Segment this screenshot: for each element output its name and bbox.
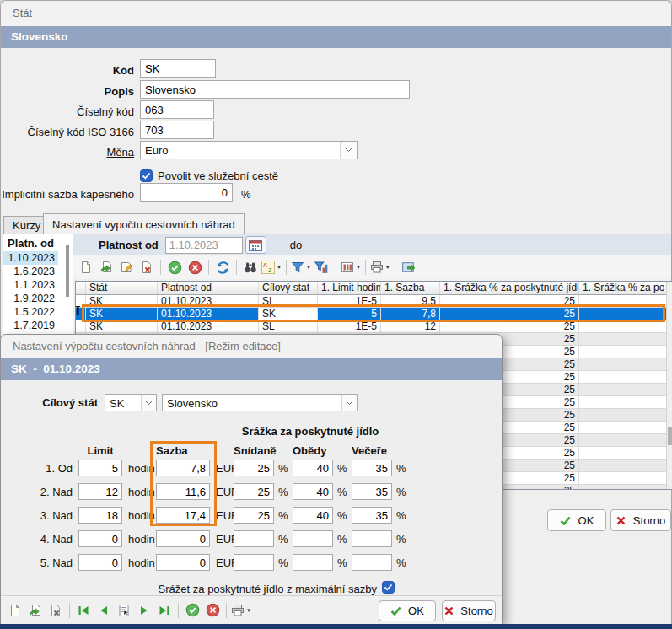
sazba-input[interactable] bbox=[156, 530, 210, 547]
cilovy-name-combobox[interactable]: Slovensko bbox=[162, 394, 358, 411]
dialog-ok-button[interactable]: OK bbox=[379, 600, 436, 621]
list-item-date[interactable]: 1.6.2023 bbox=[3, 265, 58, 278]
grid-header-srazka-snidane[interactable]: 1. Srážka % za poskytnuté jídlo - snídan… bbox=[440, 282, 579, 294]
cilovy-code-combobox[interactable]: SK bbox=[105, 394, 157, 411]
list-item-date[interactable]: 1.9.2022 bbox=[3, 292, 58, 305]
filter-row: Platnost od do bbox=[73, 234, 671, 255]
grid-header-srazka-next[interactable]: 1. Srážka % za pos bbox=[579, 282, 664, 294]
snidane-input[interactable] bbox=[234, 554, 274, 571]
delete-record-button[interactable] bbox=[46, 601, 65, 620]
last-record-button[interactable] bbox=[155, 601, 174, 620]
delete-record-button[interactable] bbox=[137, 258, 156, 277]
snidane-input[interactable] bbox=[234, 460, 274, 476]
list-item-date[interactable]: 1.10.2023 bbox=[3, 251, 58, 265]
refresh-button[interactable] bbox=[213, 258, 232, 277]
snidane-input[interactable] bbox=[234, 483, 274, 500]
grid-scrollbar[interactable] bbox=[666, 282, 672, 489]
cancel-icon bbox=[206, 603, 220, 617]
grid-header-stat[interactable]: Stát bbox=[86, 282, 158, 294]
do-label: do bbox=[290, 239, 302, 251]
grid-header-platnost[interactable]: Platnost od bbox=[158, 282, 259, 294]
grid-scrollbar-thumb[interactable] bbox=[668, 427, 672, 445]
limit-input[interactable] bbox=[78, 460, 122, 476]
limit-input[interactable] bbox=[78, 530, 122, 547]
list-item-date[interactable]: 1.1.2023 bbox=[3, 278, 58, 292]
sort-az-button[interactable]: AZ▼ bbox=[261, 258, 282, 277]
delete-document-icon bbox=[140, 261, 153, 274]
table-row-selected[interactable]: SK01.10.2023SK57,825 bbox=[76, 308, 672, 320]
vecere-input[interactable] bbox=[352, 507, 392, 524]
vecere-input[interactable] bbox=[352, 554, 392, 571]
table-row[interactable]: SK01.10.2023SI1E-59,525 bbox=[76, 295, 672, 308]
print-button[interactable]: ▼ bbox=[370, 258, 390, 277]
grid-header-limit[interactable]: 1. Limit hodin bbox=[318, 282, 381, 294]
max-sazba-checkbox[interactable] bbox=[382, 581, 395, 594]
limit-input[interactable] bbox=[78, 507, 122, 524]
cancel-button[interactable] bbox=[203, 601, 222, 620]
sazba-input[interactable] bbox=[156, 507, 210, 524]
povolit-checkbox[interactable] bbox=[140, 169, 153, 182]
copy-document-icon bbox=[99, 261, 113, 274]
obedy-input[interactable] bbox=[293, 530, 333, 547]
table-row[interactable]: SK01.10.2023SL1E-51225 bbox=[76, 320, 672, 333]
new-record-button[interactable] bbox=[77, 258, 95, 277]
tab-nastaveni[interactable]: Nastavení vypočtu cestovních náhrad bbox=[43, 213, 245, 234]
snidane-input[interactable] bbox=[234, 530, 274, 547]
previous-record-button[interactable] bbox=[94, 601, 113, 620]
kod-input[interactable] bbox=[140, 59, 216, 78]
browse-list-button[interactable] bbox=[115, 601, 133, 620]
confirm-button[interactable] bbox=[165, 258, 184, 277]
next-record-button[interactable] bbox=[135, 601, 153, 620]
edit-record-button[interactable] bbox=[117, 258, 136, 277]
obedy-input[interactable] bbox=[293, 483, 333, 500]
chevron-down-icon[interactable] bbox=[141, 395, 156, 411]
obedy-input[interactable] bbox=[293, 507, 333, 524]
kapesne-input[interactable] bbox=[140, 183, 233, 202]
chevron-down-icon[interactable] bbox=[340, 142, 357, 159]
limit-input[interactable] bbox=[78, 483, 122, 500]
ok-button[interactable]: OK bbox=[547, 509, 606, 531]
storno-button[interactable]: Storno bbox=[610, 509, 671, 531]
nav-last-icon bbox=[158, 604, 171, 617]
calendar-button[interactable] bbox=[245, 236, 266, 254]
filter-analysis-button[interactable] bbox=[313, 258, 331, 277]
snidane-input[interactable] bbox=[234, 507, 274, 524]
cancel-button[interactable] bbox=[185, 258, 204, 277]
copy-record-button[interactable] bbox=[26, 601, 45, 620]
popis-label: Popis bbox=[1, 85, 134, 98]
grid-header-sazba[interactable]: 1. Sazba bbox=[381, 282, 440, 294]
vecere-input[interactable] bbox=[352, 530, 392, 547]
obedy-input[interactable] bbox=[293, 460, 333, 476]
grid-header-cilovy[interactable]: Cílový stat bbox=[259, 282, 318, 294]
iso-kod-input[interactable] bbox=[140, 121, 214, 139]
sazba-input[interactable] bbox=[156, 483, 210, 500]
sazba-input[interactable] bbox=[156, 554, 210, 571]
copy-record-button[interactable] bbox=[97, 258, 116, 277]
dialog-storno-button[interactable]: Storno bbox=[442, 600, 496, 621]
list-item-date[interactable]: 1.5.2022 bbox=[3, 305, 58, 319]
dates-scrollbar[interactable] bbox=[66, 245, 69, 297]
sazba-input[interactable] bbox=[156, 460, 210, 476]
limit-input[interactable] bbox=[78, 554, 122, 571]
mena-combobox[interactable]: Euro bbox=[140, 141, 358, 159]
export-button[interactable] bbox=[400, 258, 418, 277]
popis-input[interactable] bbox=[140, 80, 410, 99]
vecere-input[interactable] bbox=[352, 460, 392, 476]
confirm-button[interactable] bbox=[183, 601, 202, 620]
list-item-date[interactable]: 1.7.2019 bbox=[3, 319, 58, 332]
find-button[interactable] bbox=[241, 258, 260, 277]
new-record-button[interactable] bbox=[6, 601, 24, 620]
sort-az-icon: AZ bbox=[261, 261, 275, 274]
ciselny-kod-input[interactable] bbox=[140, 100, 214, 119]
chevron-down-icon[interactable] bbox=[341, 395, 357, 411]
calendar-icon bbox=[249, 239, 262, 251]
columns-button[interactable]: ▼ bbox=[341, 258, 361, 277]
filter-button[interactable]: ▼ bbox=[291, 258, 311, 277]
obedy-input[interactable] bbox=[293, 554, 333, 571]
print-button[interactable]: ▼ bbox=[231, 601, 251, 620]
vecere-input[interactable] bbox=[352, 483, 392, 500]
platnost-od-input[interactable] bbox=[165, 237, 243, 254]
mena-label: Měna bbox=[1, 146, 134, 159]
confirm-icon bbox=[168, 261, 182, 275]
first-record-button[interactable] bbox=[74, 601, 93, 620]
